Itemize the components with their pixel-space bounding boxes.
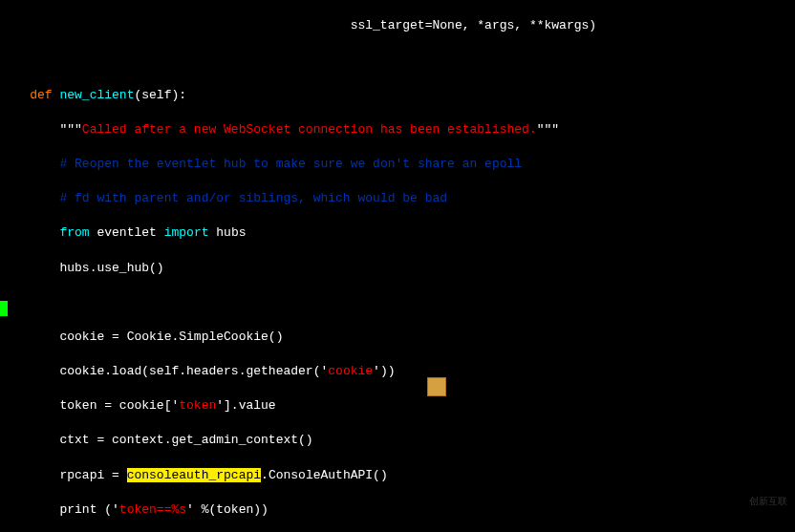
code-line: cookie.load(self.headers.getheader('cook… [0, 363, 795, 380]
code-editor[interactable]: ssl_target=None, *args, **kwargs) def ne… [0, 0, 795, 532]
code-line: from eventlet import hubs [0, 224, 795, 242]
folder-icon [427, 377, 446, 396]
code-line: hubs.use_hub() [0, 260, 795, 277]
code-line: ctxt = context.get_admin_context() [0, 432, 795, 449]
code-line: def new_client(self): [0, 87, 795, 104]
watermark-logo: 创新互联 [730, 496, 787, 524]
code-line: cookie = Cookie.SimpleCookie() [0, 329, 795, 346]
code-line: # Reopen the eventlet hub to make sure w… [0, 156, 795, 173]
code-line: print ('token==%s' %(token)) [0, 501, 795, 519]
code-line: ssl_target=None, *args, **kwargs) [0, 17, 795, 34]
cursor-indicator [0, 301, 8, 316]
search-highlight: consoleauth_rpcapi [127, 468, 261, 482]
code-line [0, 294, 795, 311]
code-line: """Called after a new WebSocket connecti… [0, 121, 795, 138]
code-line: # fd with parent and/or siblings, which … [0, 190, 795, 207]
code-line [0, 52, 795, 69]
code-line: rpcapi = consoleauth_rpcapi.ConsoleAuthA… [0, 467, 795, 484]
code-line: token = cookie['token'].value [0, 397, 795, 415]
